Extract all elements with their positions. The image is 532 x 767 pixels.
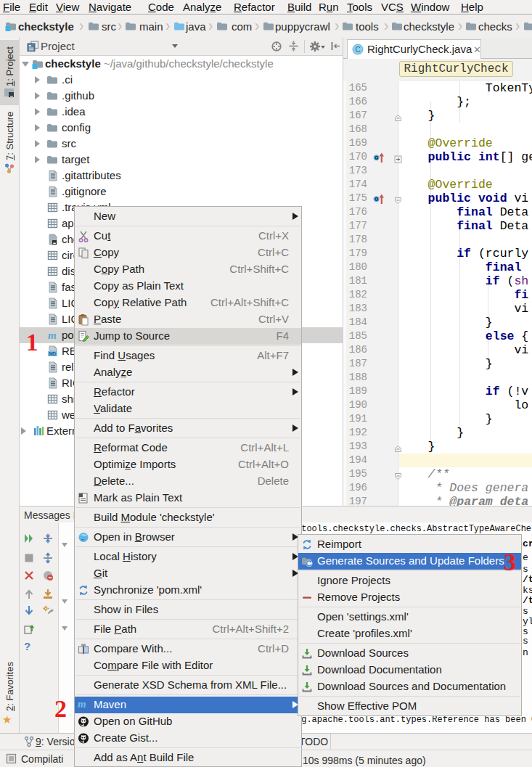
svg-text:C: C bbox=[355, 46, 360, 54]
svg-text:MD: MD bbox=[49, 351, 56, 356]
